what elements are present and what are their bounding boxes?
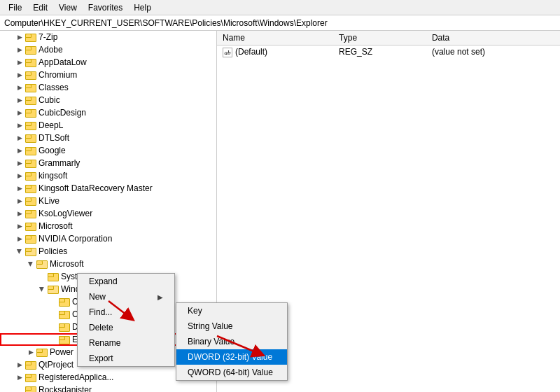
tree-arrow-nvidia: ▶: [14, 235, 25, 242]
tree-arrow-registeredapplica: ▶: [14, 374, 25, 381]
folder-icon-microsoft: [25, 221, 36, 231]
tree-label-appdatalow: AppDataLow: [38, 57, 87, 67]
submenu: KeyString ValueBinary ValueDWORD (32-bit…: [176, 302, 288, 381]
tree-label-dtlsoft: DTLSoft: [38, 133, 69, 143]
tree-item-klive[interactable]: ▶KLive: [0, 195, 216, 207]
folder-icon-ksologviewer: [25, 209, 36, 218]
ctx-item-ctx-new[interactable]: New▶: [78, 289, 174, 304]
tree-item-grammarly[interactable]: ▶Grammarly: [0, 157, 216, 169]
col-name: Name: [217, 31, 333, 46]
tree-arrow-adobe: ▶: [14, 46, 25, 53]
tree-arrow-chromium: ▶: [14, 71, 25, 78]
ctx-item-ctx-delete[interactable]: Delete: [78, 320, 174, 335]
tree-arrow-7zip: ▶: [14, 34, 25, 41]
tree-label-power: Power: [50, 347, 74, 357]
reg-icon: ab: [223, 48, 232, 57]
context-menu: ExpandNew▶Find...DeleteRenameExport: [77, 273, 175, 367]
ctx-label-ctx-export: Export: [89, 354, 113, 363]
tree-item-cubicdesign[interactable]: ▶CubicDesign: [0, 106, 216, 119]
tree-label-adobe: Adobe: [38, 45, 63, 55]
folder-icon-policies-microsoft: [36, 259, 48, 269]
menu-file[interactable]: File: [3, 1, 27, 14]
tree-item-deepl[interactable]: ▶DeepL: [0, 119, 216, 132]
tree-label-kingsoft: kingsoft: [38, 171, 67, 181]
folder-icon-cloudcontent: [59, 297, 70, 307]
tree-item-kingsoftdata[interactable]: ▶Kingsoft DataRecovery Master: [0, 182, 216, 195]
tree-arrow-appdatalow: ▶: [14, 59, 25, 66]
value-name: ab(Default): [217, 46, 333, 59]
menu-view[interactable]: View: [53, 1, 83, 14]
tree-item-ksologviewer[interactable]: ▶KsoLogViewer: [0, 207, 216, 220]
folder-icon-appdatalow: [25, 57, 36, 67]
tree-item-classes[interactable]: ▶Classes: [0, 81, 216, 94]
tree-arrow-ksologviewer: ▶: [14, 210, 25, 217]
tree-label-ksologviewer: KsoLogViewer: [38, 209, 92, 218]
ctx-item-ctx-rename[interactable]: Rename: [78, 335, 174, 351]
menu-help[interactable]: Help: [128, 1, 157, 14]
menu-favorites[interactable]: Favorites: [83, 1, 128, 14]
folder-icon-datacollection: [59, 322, 70, 332]
tree-label-chromium: Chromium: [38, 70, 77, 80]
ctx-label-ctx-new: New: [89, 292, 106, 302]
folder-icon-chromium: [25, 70, 36, 80]
submenu-item-sub-qword[interactable]: QWORD (64-bit) Value: [176, 365, 287, 380]
tree-arrow-classes: ▶: [14, 84, 25, 91]
tree-item-policies-microsoft[interactable]: ▶Microsoft: [0, 258, 216, 270]
folder-icon-windows: [48, 284, 59, 294]
ctx-item-ctx-export[interactable]: Export: [78, 351, 174, 366]
tree-arrow-google: ▶: [14, 147, 25, 154]
tree-item-google[interactable]: ▶Google: [0, 144, 216, 157]
ctx-label-ctx-rename: Rename: [89, 338, 120, 348]
col-data: Data: [426, 31, 560, 46]
submenu-arrow-icon: ▶: [158, 293, 163, 301]
folder-icon-cubicdesign: [25, 108, 36, 118]
tree-item-cubic[interactable]: ▶Cubic: [0, 94, 216, 106]
menu-edit[interactable]: Edit: [27, 1, 53, 14]
tree-item-microsoft[interactable]: ▶Microsoft: [0, 220, 216, 232]
submenu-item-sub-binary[interactable]: Binary Value: [176, 334, 287, 349]
folder-icon-kingsoftdata: [25, 183, 36, 193]
tree-label-policies-microsoft: Microsoft: [50, 259, 84, 269]
folder-icon-policies: [25, 246, 36, 256]
tree-arrow-qtproject: ▶: [14, 361, 25, 368]
tree-item-7zip[interactable]: ▶7-Zip: [0, 31, 216, 43]
folder-icon-cubic: [25, 95, 36, 105]
col-type: Type: [333, 31, 426, 46]
folder-icon-systemcerts: [48, 272, 59, 281]
ctx-item-ctx-find[interactable]: Find...: [78, 304, 174, 320]
tree-arrow-cubicdesign: ▶: [14, 109, 25, 116]
tree-label-classes: Classes: [38, 83, 69, 92]
values-table: Name Type Data ab(Default)REG_SZ(value n…: [217, 31, 560, 59]
tree-arrow-kingsoftdata: ▶: [14, 185, 25, 192]
table-row[interactable]: ab(Default)REG_SZ(value not set): [217, 46, 560, 59]
tree-item-appdatalow[interactable]: ▶AppDataLow: [0, 56, 216, 69]
tree-arrow-deepl: ▶: [14, 122, 25, 129]
ctx-label-ctx-delete: Delete: [89, 323, 113, 332]
ctx-label-ctx-find: Find...: [89, 307, 112, 317]
submenu-item-sub-string[interactable]: String Value: [176, 318, 287, 334]
tree-label-registeredapplica: RegisteredApplica...: [38, 372, 113, 382]
submenu-item-sub-dword[interactable]: DWORD (32-bit) Value: [176, 349, 287, 365]
tree-item-chromium[interactable]: ▶Chromium: [0, 69, 216, 81]
tree-item-dtlsoft[interactable]: ▶DTLSoft: [0, 132, 216, 144]
tree-label-rocksdanister: Rocksdanister: [38, 385, 92, 392]
tree-item-rocksdanister[interactable]: Rocksdanister: [0, 384, 216, 392]
tree-arrow-klive: ▶: [14, 197, 25, 204]
tree-item-kingsoft[interactable]: ▶kingsoft: [0, 169, 216, 182]
tree-label-qtproject: QtProject: [38, 360, 74, 370]
ctx-label-ctx-expand: Expand: [89, 276, 118, 286]
folder-icon-kingsoft: [25, 171, 36, 181]
tree-label-nvidia: NVIDIA Corporation: [38, 234, 112, 244]
submenu-item-sub-key[interactable]: Key: [176, 303, 287, 318]
tree-arrow-kingsoft: ▶: [14, 172, 25, 179]
folder-icon-deepl: [25, 120, 36, 130]
tree-label-grammarly: Grammarly: [38, 158, 80, 168]
folder-icon-grammarly: [25, 158, 36, 168]
ctx-item-ctx-expand[interactable]: Expand: [78, 274, 174, 289]
tree-item-adobe[interactable]: ▶Adobe: [0, 43, 216, 56]
tree-label-klive: KLive: [38, 196, 59, 206]
folder-icon-google: [25, 146, 36, 155]
tree-item-nvidia[interactable]: ▶NVIDIA Corporation: [0, 232, 216, 245]
tree-label-kingsoftdata: Kingsoft DataRecovery Master: [38, 183, 153, 193]
tree-item-policies[interactable]: ▶Policies: [0, 245, 216, 258]
